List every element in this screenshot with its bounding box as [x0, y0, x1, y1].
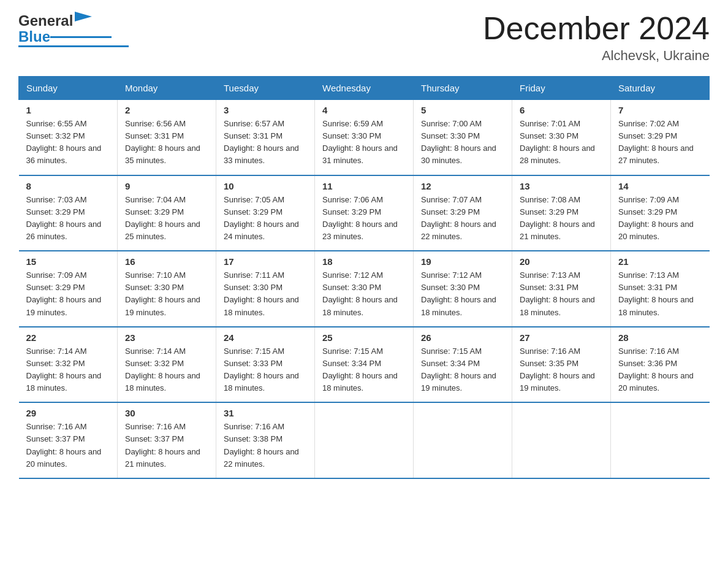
- day-info: Sunrise: 6:55 AMSunset: 3:32 PMDaylight:…: [26, 118, 110, 167]
- calendar-day-cell: 24Sunrise: 7:15 AMSunset: 3:33 PMDayligh…: [216, 327, 315, 403]
- day-info: Sunrise: 7:05 AMSunset: 3:29 PMDaylight:…: [224, 194, 307, 243]
- day-info: Sunrise: 7:12 AMSunset: 3:30 PMDaylight:…: [421, 269, 504, 319]
- title-block: December 2024 Alchevsk, Ukraine: [483, 12, 710, 64]
- calendar-day-cell: [611, 402, 710, 478]
- day-info: Sunrise: 7:09 AMSunset: 3:29 PMDaylight:…: [26, 269, 110, 319]
- day-info: Sunrise: 6:56 AMSunset: 3:31 PMDaylight:…: [125, 118, 208, 167]
- calendar-day-cell: 20Sunrise: 7:13 AMSunset: 3:31 PMDayligh…: [512, 251, 611, 327]
- calendar-day-cell: 16Sunrise: 7:10 AMSunset: 3:30 PMDayligh…: [118, 251, 216, 327]
- logo-general-text: General: [18, 12, 73, 29]
- calendar-day-cell: 7Sunrise: 7:02 AMSunset: 3:29 PMDaylight…: [611, 100, 710, 175]
- day-info: Sunrise: 7:16 AMSunset: 3:35 PMDaylight:…: [520, 345, 603, 395]
- day-number: 29: [26, 408, 110, 418]
- day-info: Sunrise: 7:16 AMSunset: 3:37 PMDaylight:…: [26, 421, 110, 470]
- calendar-week-row: 29Sunrise: 7:16 AMSunset: 3:37 PMDayligh…: [19, 402, 710, 478]
- day-of-week-header: Friday: [512, 77, 611, 100]
- svg-marker-0: [75, 12, 92, 21]
- day-info: Sunrise: 7:10 AMSunset: 3:30 PMDaylight:…: [125, 269, 208, 319]
- day-number: 4: [322, 105, 406, 115]
- calendar-day-cell: 30Sunrise: 7:16 AMSunset: 3:37 PMDayligh…: [118, 402, 216, 478]
- day-number: 1: [26, 105, 110, 115]
- day-info: Sunrise: 7:13 AMSunset: 3:31 PMDaylight:…: [618, 269, 702, 319]
- calendar-week-row: 15Sunrise: 7:09 AMSunset: 3:29 PMDayligh…: [19, 251, 710, 327]
- day-number: 6: [520, 105, 603, 115]
- day-of-week-header: Wednesday: [315, 77, 414, 100]
- day-number: 17: [224, 256, 307, 267]
- day-info: Sunrise: 7:15 AMSunset: 3:34 PMDaylight:…: [322, 345, 406, 395]
- logo-flag-icon: [75, 12, 92, 28]
- day-number: 21: [618, 256, 702, 267]
- day-number: 20: [520, 256, 603, 267]
- day-info: Sunrise: 7:01 AMSunset: 3:30 PMDaylight:…: [520, 118, 603, 167]
- calendar-day-cell: 8Sunrise: 7:03 AMSunset: 3:29 PMDaylight…: [19, 175, 118, 251]
- calendar-day-cell: 26Sunrise: 7:15 AMSunset: 3:34 PMDayligh…: [414, 327, 512, 403]
- calendar-day-cell: 4Sunrise: 6:59 AMSunset: 3:30 PMDaylight…: [315, 100, 414, 175]
- logo: General Blue: [18, 12, 129, 47]
- calendar-day-cell: 17Sunrise: 7:11 AMSunset: 3:30 PMDayligh…: [216, 251, 315, 327]
- day-number: 14: [618, 181, 702, 191]
- calendar-day-cell: 2Sunrise: 6:56 AMSunset: 3:31 PMDaylight…: [118, 100, 216, 175]
- calendar-day-cell: 22Sunrise: 7:14 AMSunset: 3:32 PMDayligh…: [19, 327, 118, 403]
- calendar-day-cell: [414, 402, 512, 478]
- day-info: Sunrise: 7:03 AMSunset: 3:29 PMDaylight:…: [26, 194, 110, 243]
- day-number: 7: [618, 105, 702, 115]
- day-number: 25: [322, 332, 406, 343]
- calendar-table: SundayMondayTuesdayWednesdayThursdayFrid…: [18, 76, 710, 479]
- day-info: Sunrise: 7:13 AMSunset: 3:31 PMDaylight:…: [520, 269, 603, 319]
- day-info: Sunrise: 7:08 AMSunset: 3:29 PMDaylight:…: [520, 194, 603, 243]
- day-info: Sunrise: 7:11 AMSunset: 3:30 PMDaylight:…: [224, 269, 307, 319]
- day-info: Sunrise: 7:00 AMSunset: 3:30 PMDaylight:…: [421, 118, 504, 167]
- calendar-day-cell: [315, 402, 414, 478]
- calendar-header-row: SundayMondayTuesdayWednesdayThursdayFrid…: [19, 77, 710, 100]
- calendar-day-cell: 25Sunrise: 7:15 AMSunset: 3:34 PMDayligh…: [315, 327, 414, 403]
- day-info: Sunrise: 7:07 AMSunset: 3:29 PMDaylight:…: [421, 194, 504, 243]
- day-info: Sunrise: 7:04 AMSunset: 3:29 PMDaylight:…: [125, 194, 208, 243]
- day-number: 24: [224, 332, 307, 343]
- calendar-day-cell: 5Sunrise: 7:00 AMSunset: 3:30 PMDaylight…: [414, 100, 512, 175]
- day-of-week-header: Saturday: [611, 77, 710, 100]
- day-info: Sunrise: 7:16 AMSunset: 3:37 PMDaylight:…: [125, 421, 208, 470]
- calendar-day-cell: [512, 402, 611, 478]
- day-info: Sunrise: 6:59 AMSunset: 3:30 PMDaylight:…: [322, 118, 406, 167]
- calendar-day-cell: 13Sunrise: 7:08 AMSunset: 3:29 PMDayligh…: [512, 175, 611, 251]
- calendar-day-cell: 27Sunrise: 7:16 AMSunset: 3:35 PMDayligh…: [512, 327, 611, 403]
- day-number: 3: [224, 105, 307, 115]
- day-number: 8: [26, 181, 110, 191]
- day-info: Sunrise: 7:15 AMSunset: 3:34 PMDaylight:…: [421, 345, 504, 395]
- location-subtitle: Alchevsk, Ukraine: [483, 48, 710, 64]
- page-header: General Blue December 2024 Alchevsk, Ukr…: [18, 12, 710, 64]
- day-number: 12: [421, 181, 504, 191]
- day-info: Sunrise: 7:16 AMSunset: 3:38 PMDaylight:…: [224, 421, 307, 470]
- day-info: Sunrise: 7:15 AMSunset: 3:33 PMDaylight:…: [224, 345, 307, 395]
- calendar-day-cell: 10Sunrise: 7:05 AMSunset: 3:29 PMDayligh…: [216, 175, 315, 251]
- calendar-day-cell: 28Sunrise: 7:16 AMSunset: 3:36 PMDayligh…: [611, 327, 710, 403]
- calendar-day-cell: 12Sunrise: 7:07 AMSunset: 3:29 PMDayligh…: [414, 175, 512, 251]
- day-number: 18: [322, 256, 406, 267]
- day-number: 10: [224, 181, 307, 191]
- day-info: Sunrise: 7:09 AMSunset: 3:29 PMDaylight:…: [618, 194, 702, 243]
- calendar-week-row: 22Sunrise: 7:14 AMSunset: 3:32 PMDayligh…: [19, 327, 710, 403]
- day-number: 23: [125, 332, 208, 343]
- day-of-week-header: Thursday: [414, 77, 512, 100]
- day-number: 9: [125, 181, 208, 191]
- calendar-day-cell: 9Sunrise: 7:04 AMSunset: 3:29 PMDaylight…: [118, 175, 216, 251]
- day-number: 16: [125, 256, 208, 267]
- calendar-day-cell: 1Sunrise: 6:55 AMSunset: 3:32 PMDaylight…: [19, 100, 118, 175]
- day-number: 11: [322, 181, 406, 191]
- day-number: 28: [618, 332, 702, 343]
- month-title: December 2024: [483, 12, 710, 44]
- calendar-day-cell: 6Sunrise: 7:01 AMSunset: 3:30 PMDaylight…: [512, 100, 611, 175]
- day-info: Sunrise: 7:06 AMSunset: 3:29 PMDaylight:…: [322, 194, 406, 243]
- calendar-day-cell: 3Sunrise: 6:57 AMSunset: 3:31 PMDaylight…: [216, 100, 315, 175]
- day-info: Sunrise: 7:02 AMSunset: 3:29 PMDaylight:…: [618, 118, 702, 167]
- calendar-day-cell: 19Sunrise: 7:12 AMSunset: 3:30 PMDayligh…: [414, 251, 512, 327]
- day-number: 13: [520, 181, 603, 191]
- calendar-day-cell: 31Sunrise: 7:16 AMSunset: 3:38 PMDayligh…: [216, 402, 315, 478]
- day-number: 22: [26, 332, 110, 343]
- day-of-week-header: Sunday: [19, 77, 118, 100]
- calendar-day-cell: 11Sunrise: 7:06 AMSunset: 3:29 PMDayligh…: [315, 175, 414, 251]
- day-number: 15: [26, 256, 110, 267]
- calendar-day-cell: 18Sunrise: 7:12 AMSunset: 3:30 PMDayligh…: [315, 251, 414, 327]
- day-of-week-header: Monday: [118, 77, 216, 100]
- day-info: Sunrise: 7:14 AMSunset: 3:32 PMDaylight:…: [125, 345, 208, 395]
